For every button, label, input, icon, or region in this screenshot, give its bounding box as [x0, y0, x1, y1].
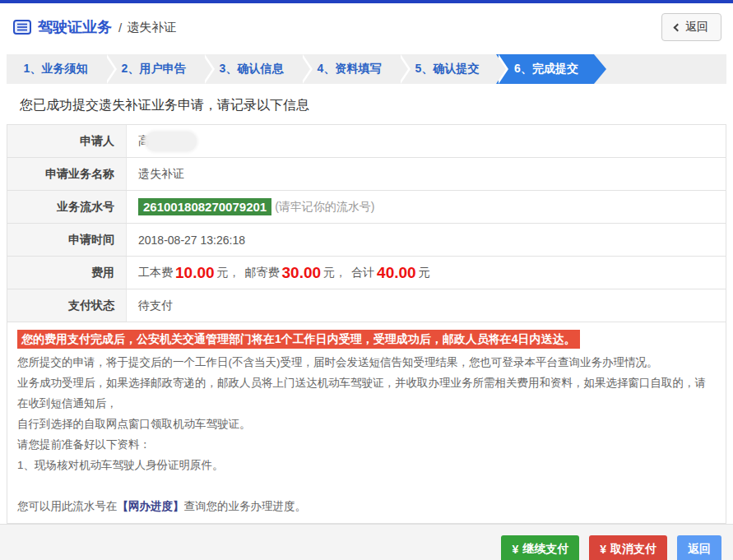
step-3-confirm-info: 3、确认信息 — [202, 54, 300, 84]
license-list-icon — [13, 20, 31, 35]
step-1-business-notice: 1、业务须知 — [7, 54, 104, 84]
fee-total-unit: 元 — [419, 266, 430, 280]
row-value: 2018-08-27 13:26:18 — [127, 224, 726, 256]
fee-item1-unit: 元， — [217, 266, 240, 280]
step-indicator: 1、业务须知 2、用户申告 3、确认信息 4、资料填写 5、确认提交 6、完成提… — [7, 54, 726, 84]
fee-item2-unit: 元， — [323, 266, 346, 280]
step-label: 3、确认信息 — [220, 62, 284, 76]
back-button[interactable]: 返回 — [661, 13, 721, 41]
table-row-serial-number: 业务流水号 261001808270079201 (请牢记你的流水号) — [7, 191, 726, 224]
step-6-complete-submit: 6、完成提交 — [496, 54, 606, 84]
redaction-blur — [146, 132, 197, 151]
progress-hint: 您可以用此流水号在【网办进度】查询您的业务办理进度。 — [17, 496, 716, 516]
row-label: 费用 — [7, 257, 127, 289]
cancel-pay-label: 取消支付 — [610, 542, 656, 557]
chevron-left-icon — [674, 23, 682, 31]
fee-item1-label: 工本费 — [138, 266, 173, 280]
table-row-apply-time: 申请时间 2018-08-27 13:26:18 — [7, 224, 726, 257]
action-bar: ¥ 继续支付 ¥ 取消支付 返回 — [0, 524, 733, 560]
page-title: 驾驶证业务 — [38, 17, 112, 37]
fee-total-label: 合计 — [351, 266, 374, 280]
row-label: 支付状态 — [7, 289, 127, 322]
info-table: 申请人 高 申请业务名称 遗失补证 业务流水号 2610018082700792… — [7, 124, 726, 322]
step-label: 1、业务须知 — [24, 62, 88, 76]
row-label: 申请人 — [7, 125, 127, 157]
fee-item1-amount: 10.00 — [175, 264, 215, 282]
breadcrumb-separator: / — [118, 21, 122, 35]
notice-paragraph-4: 请您提前准备好以下资料： — [17, 434, 716, 455]
spacer — [17, 475, 716, 496]
applicant-name-redacted: 高 — [138, 134, 150, 149]
row-label: 申请业务名称 — [7, 158, 127, 190]
notice-paragraph-3: 自行到选择的自取网点窗口领取机动车驾驶证。 — [17, 414, 716, 434]
serial-number-badge: 261001808270079201 — [138, 198, 271, 215]
row-value: 工本费 10.00 元， 邮寄费 30.00 元， 合计 40.00 元 — [127, 257, 726, 289]
step-label: 4、资料填写 — [318, 62, 382, 76]
header: 驾驶证业务 / 遗失补证 返回 — [0, 3, 733, 49]
fee-item2-label: 邮寄费 — [245, 266, 280, 280]
page: 驾驶证业务 / 遗失补证 返回 1、业务须知 2、用户申告 3、确认信息 4、资… — [0, 0, 733, 560]
return-button[interactable]: 返回 — [677, 535, 721, 560]
progress-hint-prefix: 您可以用此流水号在 — [17, 500, 118, 512]
breadcrumb: 驾驶证业务 / 遗失补证 — [13, 17, 176, 37]
fee-item2-amount: 30.00 — [282, 264, 322, 282]
serial-number-note: (请牢记你的流水号) — [275, 200, 374, 215]
step-label: 5、确认提交 — [415, 62, 480, 76]
progress-hint-suffix: 查询您的业务办理进度。 — [184, 500, 307, 512]
continue-pay-label: 继续支付 — [522, 542, 568, 557]
row-label: 业务流水号 — [7, 191, 127, 223]
table-row-business-name: 申请业务名称 遗失补证 — [7, 158, 726, 191]
table-row-pay-status: 支付状态 待支付 — [7, 289, 726, 322]
step-label: 6、完成提交 — [514, 62, 578, 76]
breadcrumb-current: 遗失补证 — [127, 20, 176, 35]
notice-box: 您的费用支付完成后，公安机关交通管理部门将在1个工作日内受理，受理成功后，邮政人… — [7, 322, 726, 524]
cancel-pay-button[interactable]: ¥ 取消支付 — [589, 535, 667, 560]
step-label: 2、用户申告 — [122, 62, 186, 76]
row-label: 申请时间 — [7, 224, 127, 256]
step-2-user-declaration: 2、用户申告 — [104, 54, 202, 84]
yen-icon: ¥ — [512, 543, 518, 556]
notice-paragraph-1: 您所提交的申请，将于提交后的一个工作日(不含当天)受理，届时会发送短信告知受理结… — [17, 352, 716, 373]
return-label: 返回 — [688, 542, 711, 557]
progress-menu-reference: 【网办进度】 — [118, 500, 184, 512]
table-row-fee: 费用 工本费 10.00 元， 邮寄费 30.00 元， 合计 40.00 元 — [7, 257, 726, 289]
warning-banner: 您的费用支付完成后，公安机关交通管理部门将在1个工作日内受理，受理成功后，邮政人… — [17, 330, 580, 349]
fee-total-amount: 40.00 — [377, 264, 416, 282]
table-row-applicant: 申请人 高 — [7, 125, 726, 158]
step-4-fill-materials: 4、资料填写 — [300, 54, 398, 84]
row-value: 遗失补证 — [127, 158, 726, 190]
row-value: 261001808270079201 (请牢记你的流水号) — [127, 191, 726, 223]
success-message: 您已成功提交遗失补证业务申请，请记录以下信息 — [20, 97, 725, 114]
notice-paragraph-2: 业务成功受理后，如果选择邮政寄递的，邮政人员将上门送达机动车驾驶证，并收取办理业… — [17, 373, 716, 414]
continue-pay-button[interactable]: ¥ 继续支付 — [501, 535, 579, 560]
step-5-confirm-submit: 5、确认提交 — [398, 54, 496, 84]
yen-icon: ¥ — [600, 543, 606, 556]
row-value: 待支付 — [127, 289, 726, 322]
row-value: 高 — [127, 125, 726, 157]
notice-paragraph-5: 1、现场核对机动车驾驶人身份证明原件。 — [17, 455, 716, 475]
back-button-label: 返回 — [685, 20, 708, 35]
